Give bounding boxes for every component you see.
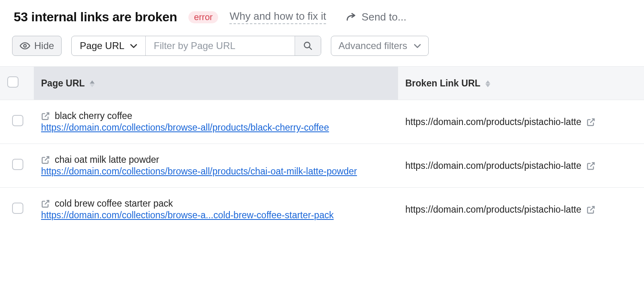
- header: 53 internal links are broken error Why a…: [0, 0, 644, 29]
- why-and-how-link[interactable]: Why and how to fix it: [229, 10, 326, 24]
- sort-icon: [90, 80, 95, 87]
- page-url-link[interactable]: https://domain.com/collections/browse-al…: [41, 166, 387, 177]
- table-row: black cherry coffee https://domain.com/c…: [0, 100, 644, 144]
- page-url-link[interactable]: https://domain.com/collections/browse-a.…: [41, 210, 387, 221]
- row-checkbox[interactable]: [12, 203, 23, 214]
- toolbar: Hide Page URL Advanced filters: [0, 29, 644, 66]
- column-label: Page URL: [41, 78, 85, 88]
- broken-url-text: https://domain.com/products/pistachio-la…: [405, 117, 581, 127]
- column-header-broken-url[interactable]: Broken Link URL: [398, 67, 644, 100]
- row-checkbox[interactable]: [12, 159, 23, 170]
- filter-group: Page URL: [71, 36, 321, 56]
- chevron-down-icon: [414, 43, 421, 48]
- error-badge: error: [188, 11, 218, 23]
- table-row: chai oat milk latte powder https://domai…: [0, 144, 644, 188]
- external-link-icon[interactable]: [586, 118, 595, 127]
- table-header-row: Page URL Broken Link URL: [0, 67, 644, 100]
- broken-url-text: https://domain.com/products/pistachio-la…: [405, 204, 581, 215]
- eye-icon: [20, 42, 30, 50]
- share-arrow-icon: [345, 12, 357, 22]
- filter-column-select[interactable]: Page URL: [72, 36, 145, 55]
- table-row: cold brew coffee starter pack https://do…: [0, 188, 644, 232]
- broken-url-text: https://domain.com/products/pistachio-la…: [405, 160, 581, 171]
- results-table: Page URL Broken Link URL: [0, 66, 644, 231]
- chevron-down-icon: [130, 43, 137, 48]
- external-link-icon[interactable]: [41, 199, 50, 208]
- column-label: Broken Link URL: [405, 78, 480, 88]
- page-name: chai oat milk latte powder: [55, 154, 159, 165]
- external-link-icon[interactable]: [586, 205, 595, 214]
- sort-icon: [485, 80, 490, 87]
- send-to-button[interactable]: Send to...: [345, 11, 406, 23]
- page-title: 53 internal links are broken: [14, 10, 177, 25]
- advanced-filters-button[interactable]: Advanced filters: [331, 36, 429, 56]
- filter-column-label: Page URL: [80, 40, 124, 51]
- select-all-header: [0, 67, 34, 100]
- page-name: black cherry coffee: [55, 111, 132, 121]
- hide-button[interactable]: Hide: [12, 36, 62, 56]
- page-name: cold brew coffee starter pack: [55, 198, 173, 209]
- select-all-checkbox[interactable]: [7, 76, 19, 88]
- external-link-icon[interactable]: [586, 162, 595, 170]
- external-link-icon[interactable]: [41, 112, 50, 121]
- column-header-page-url[interactable]: Page URL: [34, 67, 398, 100]
- advanced-filters-label: Advanced filters: [339, 40, 407, 51]
- filter-input[interactable]: [154, 40, 287, 51]
- filter-input-wrap: [145, 36, 295, 55]
- external-link-icon[interactable]: [41, 156, 50, 164]
- hide-label: Hide: [34, 40, 54, 51]
- send-to-label: Send to...: [361, 11, 406, 23]
- search-icon: [303, 41, 313, 51]
- row-checkbox[interactable]: [12, 115, 23, 126]
- svg-point-0: [24, 45, 27, 47]
- page-url-link[interactable]: https://domain.com/collections/browse-al…: [41, 122, 387, 133]
- search-button[interactable]: [295, 36, 321, 55]
